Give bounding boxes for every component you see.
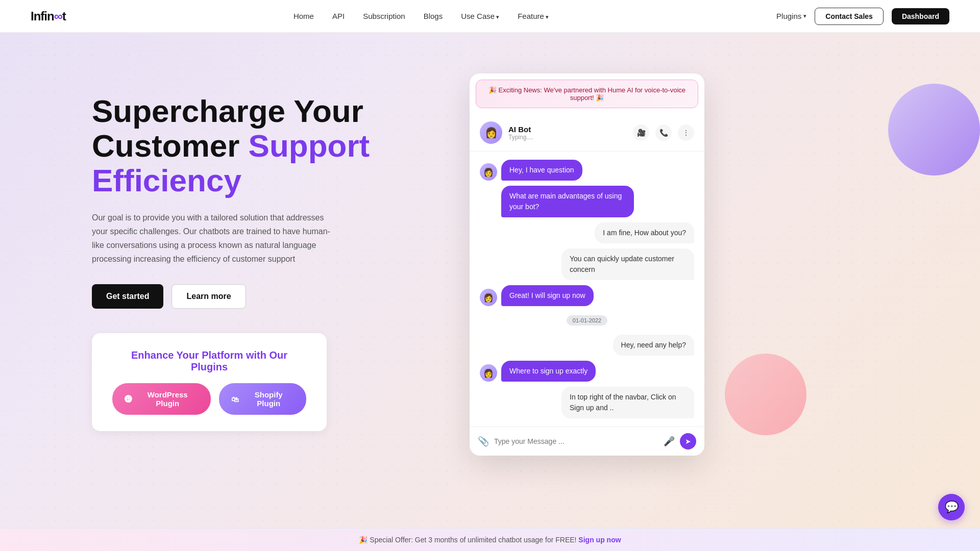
chat-bubble-icon: 💬 [945, 500, 959, 514]
plugin-card-title: Enhance Your Platform with Our Plugins [112, 349, 306, 373]
hero-title-line2: Customer [92, 128, 249, 163]
message-bubble: Where to sign up exactly [501, 361, 596, 382]
shopify-label: Shopify Plugin [243, 390, 294, 408]
learn-more-button[interactable]: Learn more [172, 284, 246, 309]
wordpress-label: WordPress Plugin [136, 390, 199, 408]
bottom-banner-text: 🎉 Special Offer: Get 3 months of unlimit… [359, 536, 576, 544]
hero-buttons: Get started Learn more [92, 284, 439, 309]
hero-title: Supercharge Your Customer Support Effici… [92, 94, 439, 198]
message-row: 👩 Where to sign up exactly [480, 361, 694, 382]
message-row: In top right of the navbar, Click on Sig… [480, 387, 694, 418]
sign-up-link[interactable]: Sign up now [578, 536, 621, 544]
message-row: You can quickly update customer concern [480, 248, 694, 280]
chat-widget: 🎉 Exciting News: We've partnered with Hu… [470, 73, 704, 456]
nav-use-case[interactable]: Use Case [461, 12, 499, 20]
plugin-buttons: 🅦 WordPress Plugin 🛍 Shopify Plugin [112, 383, 306, 415]
hero-left: Supercharge Your Customer Support Effici… [92, 73, 439, 431]
chat-header-icons: 🎥 📞 ⋮ [633, 124, 694, 141]
bot-status: Typing.... [508, 134, 633, 141]
deco-circle-purple [888, 84, 980, 176]
nav-home[interactable]: Home [293, 12, 314, 20]
nav-feature[interactable]: Feature [518, 12, 549, 20]
hero-title-highlight: Support [249, 128, 370, 163]
deco-circle-pink [725, 354, 806, 435]
logo[interactable]: Infin∞t [31, 9, 66, 23]
plugins-dropdown[interactable]: Plugins [776, 12, 806, 20]
attach-icon[interactable]: 📎 [478, 436, 489, 447]
message-row: 👩 Great! I will sign up now [480, 285, 694, 306]
plugin-card: Enhance Your Platform with Our Plugins 🅦… [92, 333, 327, 431]
date-divider: 01-01-2022 [480, 315, 694, 325]
chat-header: 👩 AI Bot Typing.... 🎥 📞 ⋮ [470, 114, 704, 152]
bot-name: AI Bot [508, 125, 633, 134]
floating-chat-button[interactable]: 💬 [938, 494, 965, 520]
message-row: What are main advantages of using your b… [480, 186, 694, 217]
user-avatar: 👩 [480, 289, 497, 306]
user-avatar: 👩 [480, 364, 497, 382]
dashboard-button[interactable]: Dashboard [892, 8, 949, 24]
hero-description: Our goal is to provide you with a tailor… [92, 211, 337, 266]
shopify-icon: 🛍 [231, 395, 239, 404]
microphone-icon[interactable]: 🎤 [664, 436, 675, 447]
wordpress-icon: 🅦 [125, 395, 132, 404]
message-row: Hey, need any help? [480, 335, 694, 356]
message-bubble: In top right of the navbar, Click on Sig… [561, 387, 694, 418]
hero-title-line1: Supercharge Your [92, 93, 363, 129]
hero-section: Supercharge Your Customer Support Effici… [0, 33, 980, 456]
message-bubble: Hey, I have question [501, 160, 582, 181]
date-badge: 01-01-2022 [567, 315, 607, 325]
chat-input-area: 📎 🎤 ➤ [470, 427, 704, 456]
nav-blogs[interactable]: Blogs [424, 12, 443, 20]
message-bubble: You can quickly update customer concern [561, 248, 694, 280]
message-bubble: Great! I will sign up now [501, 285, 594, 306]
chat-header-info: AI Bot Typing.... [508, 125, 633, 141]
nav-api[interactable]: API [332, 12, 345, 20]
contact-sales-button[interactable]: Contact Sales [815, 8, 884, 25]
navbar: Infin∞t Home API Subscription Blogs Use … [0, 0, 980, 33]
nav-links: Home API Subscription Blogs Use Case Fea… [293, 12, 549, 21]
video-call-icon[interactable]: 🎥 [633, 124, 649, 141]
more-options-icon[interactable]: ⋮ [678, 124, 694, 141]
get-started-button[interactable]: Get started [92, 284, 163, 309]
hero-title-line3: Efficiency [92, 163, 241, 198]
chat-input-field[interactable] [494, 437, 658, 445]
nav-right: Plugins Contact Sales Dashboard [776, 8, 949, 25]
message-row: I am fine, How about you? [480, 222, 694, 243]
chat-banner: 🎉 Exciting News: We've partnered with Hu… [476, 80, 698, 108]
send-button[interactable]: ➤ [680, 433, 696, 449]
hero-right: 🎉 Exciting News: We've partnered with Hu… [470, 73, 704, 456]
message-bubble: Hey, need any help? [613, 335, 694, 356]
shopify-plugin-button[interactable]: 🛍 Shopify Plugin [219, 383, 306, 415]
phone-icon[interactable]: 📞 [655, 124, 672, 141]
bot-avatar: 👩 [480, 121, 502, 144]
message-bubble: I am fine, How about you? [595, 222, 694, 243]
bottom-banner: 🎉 Special Offer: Get 3 months of unlimit… [0, 528, 980, 551]
user-avatar: 👩 [480, 163, 497, 181]
chat-messages: 👩 Hey, I have question What are main adv… [470, 152, 704, 427]
message-row: 👩 Hey, I have question [480, 160, 694, 181]
wordpress-plugin-button[interactable]: 🅦 WordPress Plugin [112, 383, 211, 415]
message-bubble: What are main advantages of using your b… [501, 186, 634, 217]
nav-subscription[interactable]: Subscription [363, 12, 405, 20]
